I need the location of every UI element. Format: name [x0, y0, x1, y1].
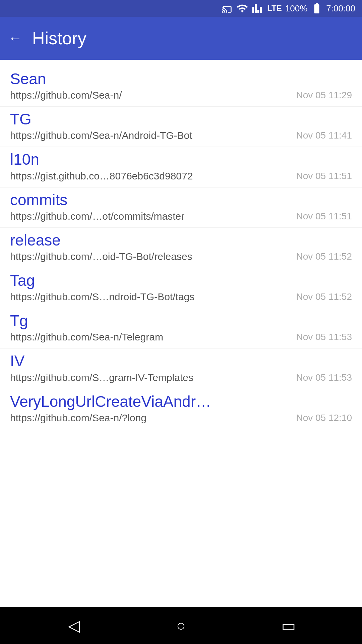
item-url: https://github.com/S…ndroid-TG-Bot/tags: [10, 291, 293, 303]
item-date: Nov 05 11:41: [296, 130, 352, 141]
list-item[interactable]: releasehttps://github.com/…oid-TG-Bot/re…: [0, 228, 362, 268]
item-date: Nov 05 11:51: [296, 171, 352, 181]
app-bar: ← History: [0, 17, 362, 60]
item-title: VeryLongUrlCreateViaAndr…: [10, 392, 352, 411]
item-title: IV: [10, 352, 352, 370]
time-display: 7:00:00: [326, 3, 355, 14]
item-title: Tag: [10, 271, 352, 290]
item-title: Tg: [10, 312, 352, 330]
item-date: Nov 05 11:53: [296, 372, 352, 383]
page-title: History: [32, 28, 86, 48]
lte-label: LTE: [267, 4, 282, 13]
back-button[interactable]: ←: [8, 31, 22, 45]
list-item[interactable]: Taghttps://github.com/S…ndroid-TG-Bot/ta…: [0, 268, 362, 308]
list-item[interactable]: l10nhttps://gist.github.co…8076eb6c3d980…: [0, 147, 362, 187]
item-title: release: [10, 231, 352, 250]
status-bar: LTE 100% 7:00:00: [0, 0, 362, 17]
item-url: https://github.com/Sea-n/Telegram: [10, 331, 293, 343]
list-item[interactable]: TGhttps://github.com/Sea-n/Android-TG-Bo…: [0, 107, 362, 147]
signal-icon: [252, 2, 264, 14]
item-url: https://github.com/Sea-n/Android-TG-Bot: [10, 130, 293, 141]
item-title: l10n: [10, 150, 352, 169]
item-date: Nov 05 11:51: [296, 211, 352, 222]
item-date: Nov 05 11:29: [296, 90, 352, 101]
item-date: Nov 05 11:52: [296, 291, 352, 302]
item-date: Nov 05 12:10: [296, 413, 352, 423]
battery-icon: [311, 2, 323, 14]
battery-percent: 100%: [285, 3, 308, 14]
list-item[interactable]: Tghttps://github.com/Sea-n/TelegramNov 0…: [0, 308, 362, 348]
item-title: TG: [10, 110, 352, 128]
nav-home-button[interactable]: ○: [168, 612, 194, 639]
bottom-navigation: ◁ ○ ▭: [0, 607, 362, 644]
item-date: Nov 05 11:53: [296, 332, 352, 342]
list-item[interactable]: IVhttps://github.com/S…gram-IV-Templates…: [0, 348, 362, 389]
list-item[interactable]: commitshttps://github.com/…ot/commits/ma…: [0, 187, 362, 228]
item-url: https://github.com/Sea-n/?long: [10, 412, 293, 424]
cast-icon: [222, 3, 233, 14]
item-title: Sean: [10, 70, 352, 88]
item-url: https://github.com/S…gram-IV-Templates: [10, 372, 293, 383]
item-url: https://gist.github.co…8076eb6c3d98072: [10, 170, 293, 182]
item-url: https://github.com/Sea-n/: [10, 90, 293, 101]
list-item[interactable]: Seanhttps://github.com/Sea-n/Nov 05 11:2…: [0, 66, 362, 107]
item-url: https://github.com/…oid-TG-Bot/releases: [10, 251, 293, 262]
item-title: commits: [10, 191, 352, 209]
wifi-icon: [236, 2, 248, 14]
item-url: https://github.com/…ot/commits/master: [10, 211, 293, 222]
status-icons: LTE 100% 7:00:00: [222, 2, 355, 14]
nav-back-button[interactable]: ◁: [60, 612, 87, 639]
item-date: Nov 05 11:52: [296, 251, 352, 262]
list-item[interactable]: VeryLongUrlCreateViaAndr…https://github.…: [0, 389, 362, 429]
history-list: Seanhttps://github.com/Sea-n/Nov 05 11:2…: [0, 60, 362, 607]
nav-recents-button[interactable]: ▭: [275, 612, 302, 639]
